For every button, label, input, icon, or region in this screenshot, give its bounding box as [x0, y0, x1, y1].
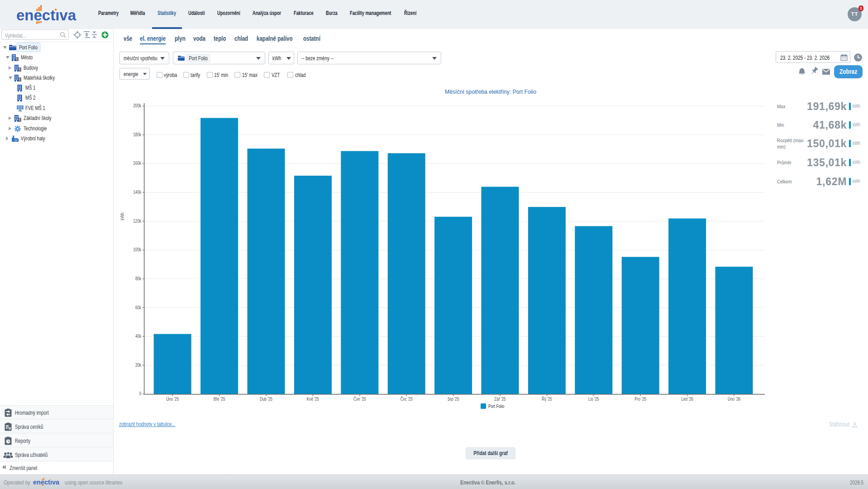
svg-text:Dub '25: Dub '25 — [260, 397, 272, 402]
svg-text:200k: 200k — [133, 103, 142, 108]
svg-text:140k: 140k — [133, 190, 142, 195]
svg-text:100k: 100k — [133, 247, 142, 252]
svg-text:180k: 180k — [133, 132, 142, 137]
svg-text:Lis '25: Lis '25 — [588, 397, 599, 402]
svg-text:Pro '25: Pro '25 — [634, 397, 646, 402]
svg-text:0: 0 — [139, 391, 142, 396]
svg-text:Led '26: Led '26 — [681, 397, 693, 402]
svg-text:60k: 60k — [135, 305, 142, 310]
svg-text:Zář '25: Zář '25 — [494, 397, 506, 402]
svg-text:enectıva: enectıva — [33, 479, 60, 486]
svg-text:20k: 20k — [135, 363, 142, 368]
svg-text:Čvc '25: Čvc '25 — [401, 396, 413, 402]
svg-text:Port Folio: Port Folio — [488, 403, 504, 409]
svg-text:Srp '25: Srp '25 — [448, 397, 459, 402]
svg-text:120k: 120k — [133, 219, 142, 224]
svg-text:Úno '25: Úno '25 — [166, 396, 179, 402]
svg-text:enectıva: enectıva — [16, 7, 76, 24]
svg-text:Čvn '25: Čvn '25 — [353, 396, 366, 402]
svg-text:kWh: kWh — [120, 213, 125, 220]
svg-text:80k: 80k — [135, 276, 142, 281]
svg-text:Bře '25: Bře '25 — [214, 397, 225, 402]
svg-text:Měsíční spotřeba elektřiny: Po: Měsíční spotřeba elektřiny: Port Folio — [445, 88, 536, 95]
svg-text:Kvě '25: Kvě '25 — [307, 397, 319, 402]
svg-text:Říj '25: Říj '25 — [542, 396, 552, 402]
svg-text:160k: 160k — [133, 161, 142, 166]
svg-text:Úno '26: Úno '26 — [728, 396, 740, 402]
svg-text:40k: 40k — [135, 334, 142, 339]
